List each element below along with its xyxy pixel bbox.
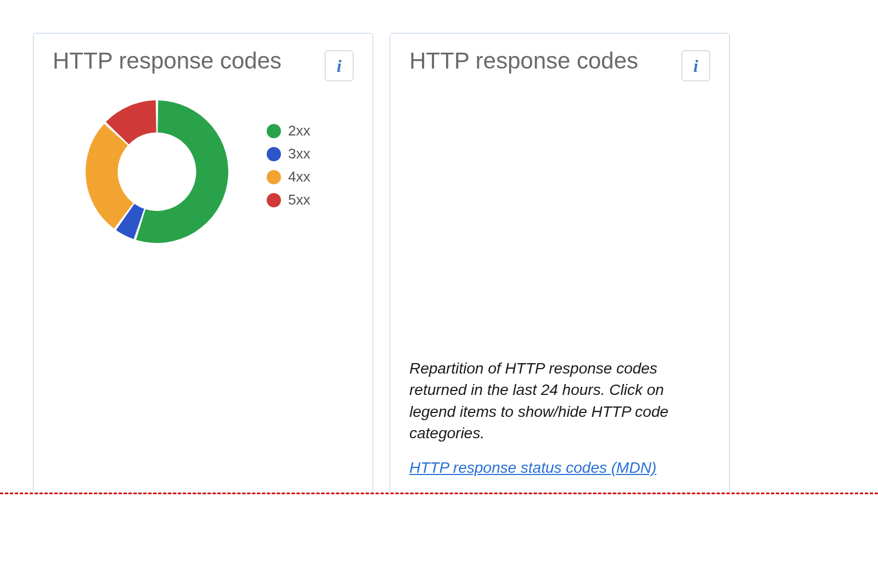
info-button[interactable]: i: [325, 50, 353, 81]
info-icon: i: [337, 56, 342, 76]
legend-label: 4xx: [288, 168, 310, 185]
legend-label: 5xx: [288, 191, 310, 208]
panel-title: HTTP response codes: [53, 47, 282, 75]
legend-item-2xx[interactable]: 2xx: [267, 122, 310, 139]
legend-label: 3xx: [288, 145, 310, 162]
legend-swatch: [267, 193, 281, 207]
chart-legend: 2xx3xx4xx5xx: [267, 122, 310, 208]
http-codes-panel-info: HTTP response codes i Repartition of HTT…: [390, 33, 730, 494]
legend-swatch: [267, 124, 281, 138]
crop-guide-line: [0, 493, 878, 494]
legend-item-3xx[interactable]: 3xx: [267, 145, 310, 162]
info-button[interactable]: i: [682, 50, 710, 81]
legend-item-4xx[interactable]: 4xx: [267, 168, 310, 185]
panel-header: HTTP response codes i: [409, 47, 710, 81]
legend-item-5xx[interactable]: 5xx: [267, 191, 310, 208]
info-body: Repartition of HTTP response codes retur…: [409, 341, 710, 477]
info-icon: i: [694, 56, 699, 76]
legend-swatch: [267, 170, 281, 184]
legend-label: 2xx: [288, 122, 310, 139]
chart-area: 2xx3xx4xx5xx: [53, 100, 353, 243]
http-codes-panel-chart: HTTP response codes i 2xx3xx4xx5xx: [33, 33, 373, 494]
panel-title: HTTP response codes: [409, 47, 638, 75]
legend-swatch: [267, 147, 281, 161]
donut-chart: [86, 100, 228, 243]
info-description: Repartition of HTTP response codes retur…: [409, 358, 710, 444]
mdn-link[interactable]: HTTP response status codes (MDN): [409, 459, 656, 476]
panel-header: HTTP response codes i: [53, 47, 353, 81]
